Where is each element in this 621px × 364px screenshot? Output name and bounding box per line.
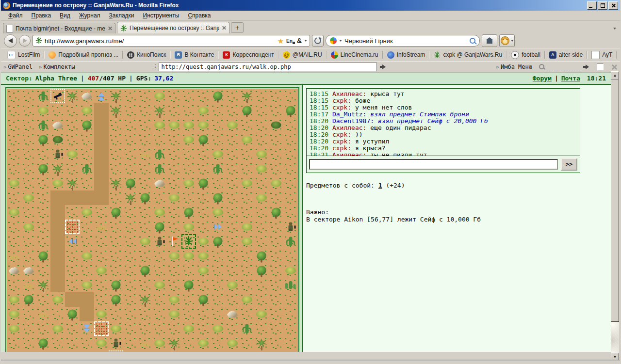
tile-sand[interactable]: [254, 350, 269, 352]
forward-button[interactable]: [19, 35, 31, 47]
forum-link[interactable]: Форум: [533, 75, 552, 82]
toolbar-close-icon[interactable]: [611, 64, 617, 70]
tile-sand[interactable]: [50, 336, 65, 350]
tile-sand[interactable]: [94, 292, 109, 307]
scroll-up-arrow[interactable]: ▲: [611, 71, 619, 79]
google-icon[interactable]: [330, 37, 337, 44]
tile-sand[interactable]: [269, 161, 283, 176]
tile-sand[interactable]: [65, 321, 80, 336]
tile-sand[interactable]: [21, 147, 36, 161]
tile-sand[interactable]: [7, 190, 21, 205]
tile-sand[interactable]: [109, 234, 123, 249]
tile-sand[interactable]: [240, 278, 254, 292]
tile-sand[interactable]: [269, 103, 283, 118]
bookmark-InfoStream[interactable]: InfoStream: [384, 50, 429, 60]
tile-danger-tile[interactable]: [94, 321, 109, 336]
tile-sand[interactable]: [211, 103, 225, 118]
tile-sand[interactable]: [36, 292, 50, 307]
tile-sand[interactable]: [225, 103, 240, 118]
tile-sand[interactable]: [254, 234, 269, 249]
menu-Правка[interactable]: Правка: [27, 11, 56, 20]
tile-sand[interactable]: [7, 220, 21, 234]
tile-path[interactable]: [65, 190, 80, 205]
chat-user[interactable]: Da_Muttz:: [332, 111, 366, 118]
tile-sand[interactable]: [7, 278, 21, 292]
tile-sand[interactable]: [138, 103, 152, 118]
tile-sand[interactable]: [109, 307, 123, 321]
tile-sand[interactable]: [269, 132, 283, 147]
tile-sand[interactable]: [225, 190, 240, 205]
tile-sand[interactable]: [36, 190, 50, 205]
tile-sand[interactable]: [225, 132, 240, 147]
dictionary-lang-icon[interactable]: En: [286, 38, 293, 44]
tile-sand[interactable]: [254, 103, 269, 118]
inventory-count-link[interactable]: 1: [378, 182, 382, 189]
tile-sand[interactable]: [7, 147, 21, 161]
bookmark-КиноПоиск[interactable]: КиноПоиск: [124, 50, 169, 60]
tab-close-icon[interactable]: [108, 26, 112, 31]
tile-sand[interactable]: [283, 176, 298, 190]
tile-sand[interactable]: [138, 89, 152, 103]
tile-sand[interactable]: [269, 307, 283, 321]
toolbar-search-input[interactable]: [546, 63, 580, 70]
tile-sand[interactable]: [138, 132, 152, 147]
chat-send-button[interactable]: >>: [561, 158, 577, 171]
bookmark-star-icon[interactable]: ★: [278, 37, 284, 45]
tile-sand[interactable]: [36, 176, 50, 190]
tile-sand[interactable]: [123, 263, 138, 278]
tile-sand[interactable]: [283, 307, 298, 321]
tile-sand[interactable]: [65, 336, 80, 350]
chat-input[interactable]: [309, 159, 558, 170]
tile-soldier[interactable]: [50, 147, 65, 161]
tile-sand[interactable]: [65, 263, 80, 278]
tile-sand[interactable]: [65, 350, 80, 352]
tile-sand[interactable]: [269, 292, 283, 307]
tile-sand[interactable]: [21, 307, 36, 321]
scrollbar-thumb[interactable]: [611, 79, 619, 322]
tile-sand[interactable]: [123, 234, 138, 249]
tile-sand[interactable]: [123, 147, 138, 161]
tile-sand[interactable]: [196, 278, 211, 292]
tile-sand[interactable]: [80, 336, 94, 350]
tile-sand[interactable]: [138, 220, 152, 234]
tile-sand[interactable]: [109, 118, 123, 132]
tile-sand[interactable]: [80, 234, 94, 249]
tile-sand[interactable]: [225, 321, 240, 336]
tile-sand[interactable]: [123, 292, 138, 307]
tile-sand[interactable]: [269, 220, 283, 234]
tile-sand[interactable]: [94, 205, 109, 220]
tile-sand[interactable]: [225, 249, 240, 263]
tile-sand[interactable]: [283, 89, 298, 103]
tile-sand[interactable]: [181, 161, 196, 176]
chat-user[interactable]: cxpk:: [332, 131, 351, 138]
tile-sand[interactable]: [65, 132, 80, 147]
tile-sand[interactable]: [123, 278, 138, 292]
tile-sand[interactable]: [65, 103, 80, 118]
tile-sand[interactable]: [181, 190, 196, 205]
tile-sand[interactable]: [254, 118, 269, 132]
tile-sand[interactable]: [109, 161, 123, 176]
tile-sand[interactable]: [225, 263, 240, 278]
tile-sand[interactable]: [196, 89, 211, 103]
tile-sand[interactable]: [196, 220, 211, 234]
tile-sand[interactable]: [21, 103, 36, 118]
tab-close-icon[interactable]: [222, 26, 226, 30]
url-text[interactable]: http://www.ganjawars.ru/me/: [45, 37, 275, 45]
tile-path[interactable]: [50, 249, 65, 263]
tile-sand[interactable]: [211, 292, 225, 307]
tile-path[interactable]: [50, 205, 65, 220]
tile-soldier[interactable]: [283, 220, 298, 234]
search-magnifier-icon[interactable]: [470, 38, 475, 44]
tile-sand[interactable]: [167, 89, 181, 103]
tile-sand[interactable]: [269, 321, 283, 336]
tab-1[interactable]: Почта bigmir)net - Входящие - mess@bi...: [3, 23, 115, 33]
search-engine-dropdown-icon[interactable]: [339, 40, 342, 42]
tile-sand[interactable]: [225, 205, 240, 220]
tile-sand[interactable]: [211, 336, 225, 350]
tile-sand[interactable]: [254, 89, 269, 103]
bookmark-В Контакте[interactable]: ВВ Контакте: [171, 50, 217, 60]
tile-sand[interactable]: [225, 147, 240, 161]
tile-sand[interactable]: [123, 220, 138, 234]
menu-Файл[interactable]: Файл: [4, 11, 27, 20]
tile-sand[interactable]: [50, 307, 65, 321]
